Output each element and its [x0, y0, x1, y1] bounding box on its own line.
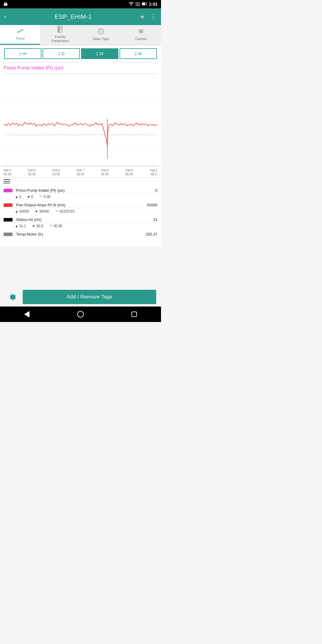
tab-static-tags[interactable]: Static Tags [80, 25, 121, 45]
stat-3-sub: ▲ 31.1 ▼ 30.9 〜 30.95 [4, 223, 157, 230]
wave-icon-2: 〜 [55, 209, 59, 214]
wave-icon-1: 〜 [39, 194, 43, 199]
tab-bar: Trend FacilityParameters Static Tags [0, 25, 161, 45]
wave-icon-3: 〜 [49, 223, 53, 228]
time-label-7: Feb 105:3 [150, 168, 157, 176]
stat-row-4: Temp-Motor (K) 255.37 [4, 230, 157, 237]
arrow-down-icon-2: ▼ [35, 210, 38, 213]
stat-row-4-header: Temp-Motor (K) 255.37 [4, 230, 157, 237]
facility-parameters-icon [57, 26, 64, 34]
more-options-button[interactable]: ⋮ [150, 13, 157, 21]
chart-bottom-divider [4, 166, 157, 166]
stat-1-name: Press-Pump Intake (Pi) (psi) [16, 188, 140, 193]
signal-block-icon [135, 2, 140, 6]
nav-back-button[interactable] [21, 308, 33, 320]
stats-area: Press-Pump Intake (Pi) (psi) 0 ▲ 0 ▼ 0 〜… [0, 178, 161, 246]
tab-static-tags-label: Static Tags [92, 37, 109, 41]
stat-3-avg: 〜 30.95 [49, 223, 63, 228]
stat-2-low: ▼ 36000 [35, 209, 49, 213]
tab-trend[interactable]: Trend [0, 25, 40, 45]
stat-1-sub: ▲ 0 ▼ 0 〜 0.00 [4, 193, 157, 201]
stat-1-high: ▲ 0 [15, 195, 21, 199]
chart-canvas[interactable] [4, 75, 157, 165]
gear-settings-button[interactable] [5, 290, 18, 304]
status-bar-left: 🏔 [4, 2, 7, 7]
stat-row-3: Status-Hz (Hz) 31 ▲ 31.1 ▼ 30.9 〜 30.95 [4, 216, 157, 230]
battery-icon [142, 2, 147, 7]
arrow-down-icon-1: ▼ [27, 195, 30, 199]
status-bar: 🏔 2:52 [0, 0, 161, 8]
tab-control-label: Control [135, 37, 146, 41]
time-label-5: Feb 805:30 [101, 168, 109, 176]
stat-3-name: Status-Hz (Hz) [16, 217, 140, 222]
stat-2-avg: 〜 42253.63 [55, 209, 75, 214]
time-label-2: Feb 505:30 [28, 168, 36, 176]
stat-2-swatch [4, 203, 13, 207]
stat-row-3-header: Status-Hz (Hz) 31 [4, 216, 157, 223]
stat-2-high: ▲ 43000 [15, 209, 29, 213]
time-range-selector: 1 Hr 1 D 1 W 2 W [0, 45, 161, 62]
chart-title: Press-Pump Intake (Pi) (psi) [4, 64, 157, 72]
bottom-action-bar: Add / Remove Tags [0, 287, 161, 306]
arrow-down-icon-3: ▼ [32, 224, 35, 228]
trend-icon [17, 28, 24, 36]
svg-point-13 [139, 29, 141, 31]
stat-4-swatch [4, 233, 13, 236]
stat-row-2-header: Pwr-Output Amps Ph B (mA) 42000 [4, 201, 157, 208]
tab-facility-parameters[interactable]: FacilityParameters [40, 25, 80, 45]
stat-row-1-header: Press-Pump Intake (Pi) (psi) 0 [4, 186, 157, 193]
tab-facility-parameters-label: FacilityParameters [52, 35, 69, 43]
stat-4-name: Temp-Motor (K) [16, 232, 140, 236]
nav-home-button[interactable] [75, 308, 86, 320]
app-bar: ‹ ESP_EHIM-1 + ⋮ [0, 8, 161, 25]
stat-1-current: 0 [140, 188, 157, 193]
stat-3-swatch [4, 218, 13, 222]
time-label-6: Feb 905:30 [126, 168, 133, 176]
svg-point-14 [141, 30, 143, 32]
stat-2-name: Pwr-Output Amps Ph B (mA) [16, 203, 140, 207]
time-label-4: Feb 705:30 [77, 168, 84, 176]
stat-2-current: 42000 [140, 203, 157, 207]
wifi-icon [129, 2, 134, 7]
stat-1-low: ▼ 0 [27, 195, 33, 199]
app-title: ESP_EHIM-1 [55, 13, 92, 20]
svg-point-9 [100, 32, 101, 32]
time-btn-1hr[interactable]: 1 Hr [4, 48, 41, 59]
arrow-up-icon-2: ▲ [15, 210, 18, 213]
stat-1-swatch [4, 189, 13, 192]
time-btn-1w[interactable]: 1 W [81, 48, 118, 59]
tab-trend-label: Trend [16, 37, 25, 41]
app-bar-actions: + ⋮ [140, 12, 157, 21]
svg-rect-16 [4, 75, 157, 165]
add-remove-tags-button[interactable]: Add / Remove Tags [23, 290, 156, 304]
time-label-1: Feb 405:30 [4, 168, 11, 176]
time-axis: Feb 405:30 Feb 505:30 Feb 605:30 Feb 705… [0, 167, 161, 178]
legend-menu-icon[interactable] [4, 179, 10, 185]
control-icon [138, 28, 144, 36]
status-bar-right: 2:52 [129, 2, 157, 7]
time-btn-2w[interactable]: 2 W [120, 48, 157, 59]
stat-2-sub: ▲ 43000 ▼ 36000 〜 42253.63 [4, 208, 157, 216]
stat-1-avg: 〜 0.00 [39, 194, 50, 199]
svg-point-15 [140, 32, 141, 33]
time-label-3: Feb 605:30 [52, 168, 60, 176]
android-nav-bar [0, 306, 161, 322]
stat-row-1: Press-Pump Intake (Pi) (psi) 0 ▲ 0 ▼ 0 〜… [4, 186, 157, 201]
nav-recents-button[interactable] [128, 308, 140, 320]
clock-time: 2:52 [149, 2, 157, 7]
tab-control[interactable]: Control [121, 25, 161, 45]
stat-row-2: Pwr-Output Amps Ph B (mA) 42000 ▲ 43000 … [4, 201, 157, 216]
time-btn-1d[interactable]: 1 D [43, 48, 80, 59]
stat-3-high: ▲ 31.1 [15, 224, 26, 228]
stat-4-current: 255.37 [140, 232, 157, 236]
add-button[interactable]: + [140, 12, 145, 21]
chart-top-divider [4, 74, 157, 74]
back-button[interactable]: ‹ [4, 13, 6, 21]
svg-rect-3 [58, 27, 59, 32]
legend-menu-row [4, 178, 157, 186]
chart-area: Press-Pump Intake (Pi) (psi) [0, 62, 161, 166]
photo-icon: 🏔 [4, 2, 7, 7]
static-tags-icon [97, 28, 104, 36]
arrow-up-icon-3: ▲ [15, 224, 18, 228]
stat-3-current: 31 [140, 217, 157, 222]
